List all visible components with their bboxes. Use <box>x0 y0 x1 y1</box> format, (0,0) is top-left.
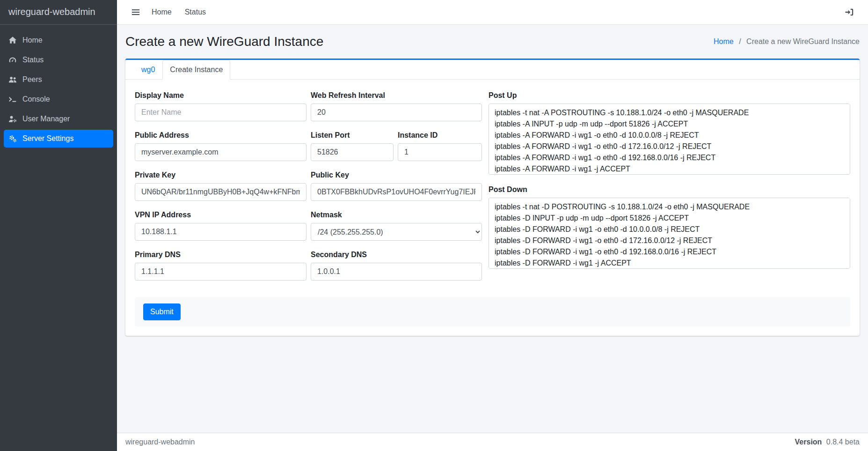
sidebar-item-label: Server Settings <box>22 134 73 143</box>
footer-version-label: Version <box>795 438 822 446</box>
post-up-group: Post Up iptables -t nat -A POSTROUTING -… <box>489 91 850 177</box>
peers-icon <box>8 75 17 84</box>
post-down-label: Post Down <box>489 185 850 194</box>
server-settings-icon <box>8 134 17 143</box>
sidebar-item-console[interactable]: Console <box>4 90 113 108</box>
vpn-ip-group: VPN IP Address <box>135 211 306 241</box>
status-icon <box>8 56 17 64</box>
page-title: Create a new WireGuard Instance <box>125 34 323 49</box>
display-name-group: Display Name <box>135 91 306 121</box>
form-footer: Submit <box>135 297 850 326</box>
content-area: Create a new WireGuard Instance Home / C… <box>117 25 868 433</box>
signout-icon <box>845 7 854 17</box>
sidebar-item-label: Peers <box>22 75 42 84</box>
primary-dns-group: Primary DNS <box>135 251 306 281</box>
sidebar-item-label: Status <box>22 56 44 64</box>
primary-dns-label: Primary DNS <box>135 251 306 259</box>
post-up-label: Post Up <box>489 91 850 100</box>
public-key-group: Public Key <box>311 171 482 201</box>
sidebar: wireguard-webadmin Home Status Peers <box>0 0 117 451</box>
primary-dns-input[interactable] <box>135 263 306 281</box>
instance-id-group: Instance ID <box>398 131 482 161</box>
display-name-label: Display Name <box>135 91 306 100</box>
netmask-label: Netmask <box>311 211 482 219</box>
web-refresh-interval-group: Web Refresh Interval <box>311 91 482 121</box>
submit-button[interactable]: Submit <box>143 303 181 320</box>
breadcrumb-current: Create a new WireGuard Instance <box>746 37 860 45</box>
topnav-status-link[interactable]: Status <box>178 4 212 20</box>
sidebar-item-user-manager[interactable]: User Manager <box>4 110 113 128</box>
public-key-input[interactable] <box>311 183 482 201</box>
create-instance-form: Display Name Web Refresh Interval Public… <box>125 80 860 336</box>
public-address-group: Public Address <box>135 131 306 161</box>
home-icon <box>8 36 17 44</box>
public-address-input[interactable] <box>135 143 306 161</box>
breadcrumb: Home / Create a new WireGuard Instance <box>714 37 860 46</box>
secondary-dns-input[interactable] <box>311 263 482 281</box>
page-footer: wireguard-webadmin Version 0.8.4 beta <box>117 433 868 451</box>
sidebar-item-server-settings[interactable]: Server Settings <box>4 130 113 148</box>
signout-button[interactable] <box>840 4 859 21</box>
sidebar-item-home[interactable]: Home <box>4 31 113 49</box>
vpn-ip-label: VPN IP Address <box>135 211 306 219</box>
private-key-group: Private Key <box>135 171 306 201</box>
netmask-group: Netmask /24 (255.255.255.0) <box>311 211 482 241</box>
display-name-input[interactable] <box>135 104 306 121</box>
sidebar-item-label: Console <box>22 95 50 104</box>
top-navbar: Home Status <box>117 0 868 25</box>
public-address-label: Public Address <box>135 131 306 140</box>
breadcrumb-home-link[interactable]: Home <box>714 37 734 45</box>
post-down-group: Post Down iptables -t nat -D POSTROUTING… <box>489 185 850 271</box>
listen-port-group: Listen Port <box>311 131 394 161</box>
sidebar-item-label: Home <box>22 36 43 44</box>
listen-port-input[interactable] <box>311 143 394 161</box>
console-icon <box>8 95 17 104</box>
footer-version-value: 0.8.4 beta <box>826 438 860 446</box>
user-manager-icon <box>8 115 17 123</box>
web-refresh-interval-label: Web Refresh Interval <box>311 91 482 100</box>
post-scripts-column: Post Up iptables -t nat -A POSTROUTING -… <box>489 91 850 271</box>
web-refresh-interval-input[interactable] <box>311 104 482 121</box>
topnav-home-link[interactable]: Home <box>145 4 178 20</box>
vpn-ip-input[interactable] <box>135 223 306 241</box>
instance-tabs: wg0 Create Instance <box>125 60 860 80</box>
hamburger-icon <box>131 7 140 17</box>
sidebar-item-status[interactable]: Status <box>4 51 113 69</box>
private-key-input[interactable] <box>135 183 306 201</box>
secondary-dns-group: Secondary DNS <box>311 251 482 281</box>
sidebar-item-peers[interactable]: Peers <box>4 71 113 89</box>
netmask-select[interactable]: /24 (255.255.255.0) <box>311 223 482 241</box>
instance-card: wg0 Create Instance Display Name Web Ref… <box>125 59 860 336</box>
sidebar-nav: Home Status Peers Console <box>0 25 117 156</box>
breadcrumb-separator: / <box>739 37 741 45</box>
hamburger-button[interactable] <box>126 4 145 21</box>
content-header: Create a new WireGuard Instance Home / C… <box>125 34 860 49</box>
private-key-label: Private Key <box>135 171 306 179</box>
listen-port-label: Listen Port <box>311 131 394 140</box>
app-window: wireguard-webadmin Home Status Peers <box>0 0 868 451</box>
tab-wg0[interactable]: wg0 <box>134 60 162 80</box>
instance-id-label: Instance ID <box>398 131 482 140</box>
instance-id-input[interactable] <box>398 143 482 161</box>
tab-create-instance[interactable]: Create Instance <box>162 60 230 80</box>
footer-version: Version 0.8.4 beta <box>795 438 860 446</box>
public-key-label: Public Key <box>311 171 482 179</box>
secondary-dns-label: Secondary DNS <box>311 251 482 259</box>
main-area: Home Status Create a new WireGuard Insta… <box>117 0 868 451</box>
footer-app-name: wireguard-webadmin <box>125 438 195 446</box>
brand-link[interactable]: wireguard-webadmin <box>0 0 117 25</box>
post-down-textarea[interactable]: iptables -t nat -D POSTROUTING -s 10.188… <box>489 198 850 269</box>
post-up-textarea[interactable]: iptables -t nat -A POSTROUTING -s 10.188… <box>489 104 850 175</box>
sidebar-item-label: User Manager <box>22 115 70 123</box>
